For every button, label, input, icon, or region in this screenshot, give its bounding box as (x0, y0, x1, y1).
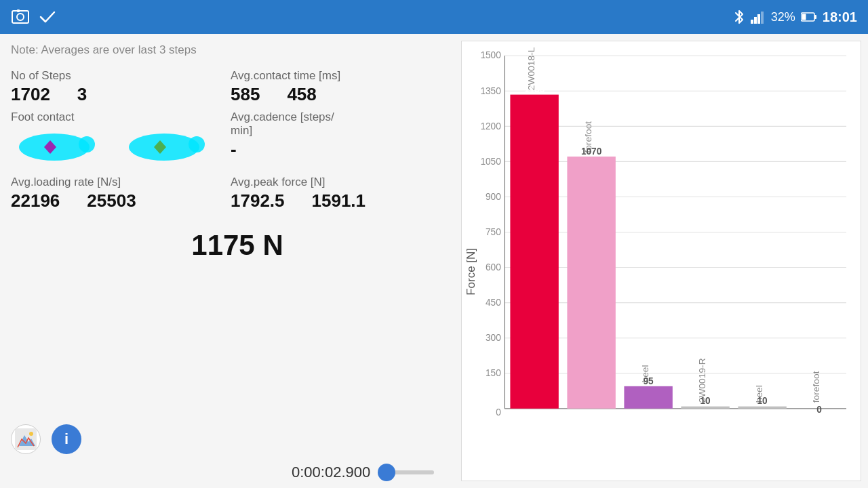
svg-text:1500: 1500 (480, 50, 501, 60)
svg-text:1350: 1350 (480, 85, 501, 96)
avg-cadence-value: - (231, 139, 450, 160)
avg-loading-rate-value1: 22196 (11, 190, 60, 211)
main-content: Note: Averages are over last 3 steps No … (0, 34, 868, 488)
timeline-track[interactable] (380, 470, 434, 474)
no-of-steps-value1: 1702 (11, 84, 50, 105)
svg-text:95: 95 (644, 376, 654, 386)
avg-loading-rate-value2: 25503 (87, 190, 136, 211)
avg-contact-time-value2: 458 (287, 84, 316, 105)
map-svg-icon (14, 427, 38, 451)
svg-text:forefoot: forefoot (811, 371, 821, 403)
foot-shape-left (11, 125, 121, 166)
svg-text:150: 150 (486, 368, 501, 378)
svg-rect-5 (757, 14, 760, 24)
svg-text:900: 900 (486, 192, 501, 202)
svg-rect-3 (751, 20, 753, 24)
svg-text:750: 750 (486, 227, 501, 237)
avg-loading-rate-section: Avg.loading rate [N/s] 22196 25503 (11, 176, 231, 211)
svg-text:1135: 1135 (524, 84, 545, 94)
info-icon-button[interactable]: i (52, 424, 81, 454)
signal-icon (751, 10, 766, 24)
avg-contact-time-section: Avg.contact time [ms] 585 458 (231, 69, 450, 105)
svg-text:10: 10 (701, 396, 711, 406)
avg-peak-force-value2: 1591.1 (312, 190, 366, 211)
bottom-toolbar: i (11, 424, 81, 454)
svg-rect-2 (17, 9, 20, 12)
avg-peak-force-label: Avg.peak force [N] (231, 176, 450, 189)
timeline-thumb[interactable] (378, 464, 395, 481)
svg-text:Force [N]: Force [N] (465, 248, 477, 296)
avg-cadence-label: Avg.cadence [steps/ (231, 110, 450, 124)
right-panel: Force [N] 1500 1350 1200 1050 900 750 (461, 34, 868, 488)
time-display: 18:01 (823, 9, 857, 25)
svg-point-18 (29, 432, 33, 436)
big-force-value: 1175 N (24, 229, 450, 262)
svg-text:1070: 1070 (581, 146, 602, 157)
svg-point-1 (17, 14, 24, 20)
svg-rect-9 (802, 14, 806, 20)
svg-text:450: 450 (486, 298, 501, 308)
battery-percent: 32% (771, 10, 795, 24)
foot-contact-section: Foot contact (11, 110, 231, 166)
svg-text:0: 0 (816, 405, 822, 415)
foot-cadence-row: Foot contact (11, 110, 450, 166)
foot-shape-right-svg (123, 125, 205, 166)
avg-peak-force-value1: 1792.5 (231, 190, 285, 211)
check-icon (38, 7, 57, 26)
chart-svg: Force [N] 1500 1350 1200 1050 900 750 (462, 41, 861, 481)
bluetooth-icon (733, 9, 745, 25)
avg-contact-time-label: Avg.contact time [ms] (231, 69, 450, 83)
bar-3 (624, 386, 672, 409)
bar-4 (681, 407, 729, 409)
status-left (11, 7, 57, 26)
foot-contact-shapes-row (11, 125, 231, 166)
svg-text:10: 10 (757, 396, 768, 406)
svg-text:1200: 1200 (480, 121, 501, 131)
steps-contact-row: No of Steps 1702 3 Avg.contact time [ms]… (11, 69, 450, 105)
photo-icon (11, 7, 30, 26)
svg-text:0: 0 (496, 407, 501, 418)
no-of-steps-section: No of Steps 1702 3 (11, 69, 231, 105)
left-panel: Note: Averages are over last 3 steps No … (0, 34, 461, 488)
svg-rect-0 (12, 11, 28, 23)
foot-shape-left-svg (14, 125, 95, 166)
avg-peak-force-section: Avg.peak force [N] 1792.5 1591.1 (231, 176, 450, 211)
note-text: Note: Averages are over last 3 steps (11, 43, 450, 57)
avg-cadence-section: Avg.cadence [steps/ min] - (231, 110, 450, 160)
svg-point-11 (79, 136, 95, 152)
foot-shape-right (121, 125, 231, 166)
bar-1 (510, 95, 558, 409)
svg-text:1050: 1050 (480, 157, 501, 167)
no-of-steps-value2: 3 (77, 84, 87, 105)
map-icon-button[interactable] (11, 424, 41, 454)
chart-container: Force [N] 1500 1350 1200 1050 900 750 (461, 41, 861, 481)
avg-loading-rate-label: Avg.loading rate [N/s] (11, 176, 231, 189)
battery-icon (801, 12, 817, 22)
svg-text:600: 600 (486, 262, 501, 272)
svg-rect-4 (754, 17, 757, 24)
svg-rect-6 (761, 12, 764, 24)
timeline-time: 0:00:02.900 (292, 464, 370, 481)
loading-peak-row: Avg.loading rate [N/s] 22196 25503 Avg.p… (11, 176, 450, 211)
avg-contact-time-value1: 585 (231, 84, 260, 105)
foot-contact-label: Foot contact (11, 110, 231, 124)
info-label: i (64, 430, 68, 448)
timeline-bar: 0:00:02.900 (0, 464, 461, 481)
status-right: 32% 18:01 (733, 9, 857, 25)
svg-rect-8 (814, 15, 816, 19)
svg-text:300: 300 (486, 333, 501, 343)
svg-point-14 (189, 136, 205, 152)
avg-cadence-label2: min] (231, 124, 450, 138)
bar-2 (567, 157, 615, 409)
no-of-steps-label: No of Steps (11, 69, 231, 83)
status-bar: 32% 18:01 (0, 0, 868, 34)
bar-5 (738, 407, 786, 409)
